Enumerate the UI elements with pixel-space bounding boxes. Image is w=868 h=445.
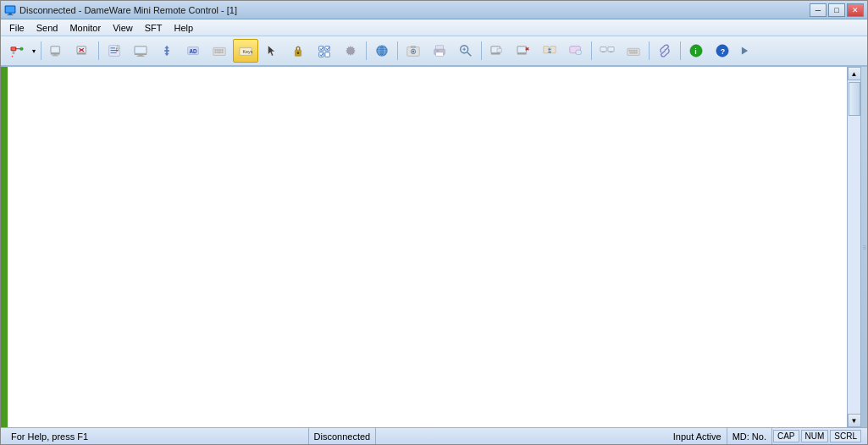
connect-dropdown[interactable]: ▼ ▾ <box>4 39 38 63</box>
svg-rect-15 <box>53 55 58 56</box>
monitor-button[interactable] <box>128 39 153 63</box>
lock-button[interactable] <box>285 39 311 63</box>
input-active-status: Input Active <box>668 428 727 444</box>
sep4 <box>397 41 398 60</box>
connect-button[interactable]: ▼ <box>4 39 30 63</box>
svg-rect-5 <box>12 47 16 50</box>
new-connection-button[interactable] <box>44 39 69 63</box>
svg-marker-104 <box>742 47 748 55</box>
svg-rect-37 <box>217 49 218 51</box>
svg-rect-65 <box>436 52 444 57</box>
minimize-button[interactable]: ─ <box>810 3 827 17</box>
svg-rect-73 <box>491 53 500 55</box>
toolbar: ▼ ▾ A D <box>1 36 867 67</box>
title-bar-left: Disconnected - DameWare Mini Remote Cont… <box>4 4 237 16</box>
remote-screen[interactable] <box>8 67 847 427</box>
more-button[interactable] <box>736 39 761 63</box>
svg-rect-52 <box>325 52 329 57</box>
svg-rect-105 <box>863 245 866 246</box>
num-badge: NUM <box>801 430 829 442</box>
svg-rect-20 <box>77 53 86 55</box>
help-button[interactable]: ? <box>710 39 735 63</box>
sep2 <box>98 41 99 60</box>
svg-rect-96 <box>633 50 635 51</box>
screenshot-button[interactable] <box>401 39 426 63</box>
maximize-button[interactable]: □ <box>828 3 845 17</box>
svg-text:AD: AD <box>190 48 198 54</box>
help-text: For Help, press F1 <box>6 428 309 444</box>
svg-rect-42 <box>222 52 224 53</box>
scrollbar-thumb[interactable] <box>849 82 860 116</box>
connect-dropdown-arrow[interactable]: ▾ <box>30 39 38 63</box>
svg-marker-86 <box>571 53 572 56</box>
left-indicator-bar <box>1 67 8 427</box>
menu-file[interactable]: File <box>4 21 30 35</box>
svg-rect-9 <box>13 53 15 54</box>
remote2-button[interactable] <box>511 39 536 63</box>
menu-view[interactable]: View <box>108 21 138 35</box>
menu-monitor[interactable]: Monitor <box>64 21 106 35</box>
svg-text:?: ? <box>721 47 726 56</box>
scrl-badge: SCRL <box>830 430 861 442</box>
scrollbar-down-button[interactable]: ▼ <box>848 414 861 427</box>
menu-help[interactable]: Help <box>169 21 199 35</box>
svg-rect-12 <box>52 47 59 52</box>
menu-sft[interactable]: SFT <box>140 21 168 35</box>
status-bar: For Help, press F1 Disconnected Input Ac… <box>1 427 867 444</box>
checkboxes-button[interactable] <box>312 39 337 63</box>
md-status: MD: No. <box>727 428 772 444</box>
network-button[interactable] <box>369 39 395 63</box>
svg-rect-95 <box>631 50 633 51</box>
move-button[interactable] <box>154 39 180 63</box>
print-button[interactable] <box>427 39 452 63</box>
svg-rect-28 <box>135 47 147 53</box>
scrollbar-up-button[interactable]: ▲ <box>848 67 861 80</box>
title-bar: Disconnected - DameWare Mini Remote Cont… <box>1 1 867 19</box>
svg-rect-85 <box>576 50 581 54</box>
svg-rect-66 <box>436 51 439 52</box>
scrollbar-track[interactable] <box>848 80 860 414</box>
svg-rect-31 <box>137 56 145 57</box>
svg-point-7 <box>20 47 24 51</box>
sep7 <box>649 41 650 60</box>
svg-rect-88 <box>600 47 605 52</box>
file-transfer-button[interactable] <box>537 39 562 63</box>
svg-rect-2 <box>8 13 12 14</box>
svg-rect-74 <box>497 48 501 52</box>
svg-rect-62 <box>411 47 415 48</box>
cursor-button[interactable] <box>259 39 285 63</box>
svg-rect-24 <box>111 52 117 53</box>
link-button[interactable] <box>652 39 677 63</box>
close-button[interactable]: ✕ <box>847 3 864 17</box>
expand-handle[interactable] <box>860 67 867 427</box>
close-connection-button[interactable] <box>70 39 96 63</box>
multi-monitor-button[interactable] <box>594 39 620 63</box>
svg-rect-81 <box>550 47 556 53</box>
svg-rect-29 <box>135 54 147 55</box>
remote1-button[interactable] <box>484 39 510 63</box>
menu-send[interactable]: Send <box>31 21 64 35</box>
ad-button[interactable]: AD <box>180 39 206 63</box>
svg-rect-98 <box>630 52 638 53</box>
svg-point-48 <box>297 52 300 54</box>
svg-marker-46 <box>268 46 275 57</box>
settings-button[interactable] <box>338 39 363 63</box>
vertical-scrollbar[interactable]: ▲ ▼ <box>847 67 860 427</box>
properties-button[interactable]: A D <box>102 39 127 63</box>
svg-rect-93 <box>628 48 639 55</box>
svg-rect-106 <box>863 247 866 248</box>
chat-button[interactable] <box>563 39 589 63</box>
keyboard2-button[interactable] <box>621 39 646 63</box>
info-button[interactable]: i <box>683 39 709 63</box>
keys-button[interactable]: Keys <box>233 39 258 63</box>
svg-rect-94 <box>629 50 631 51</box>
svg-rect-91 <box>602 52 605 52</box>
svg-rect-8 <box>13 52 15 52</box>
svg-rect-1 <box>6 6 15 12</box>
zoom-button[interactable] <box>453 39 478 63</box>
svg-rect-13 <box>51 53 60 55</box>
keyboard-button[interactable] <box>207 39 232 63</box>
window-controls: ─ □ ✕ <box>810 3 864 17</box>
svg-rect-22 <box>111 47 115 48</box>
svg-line-68 <box>467 52 472 57</box>
